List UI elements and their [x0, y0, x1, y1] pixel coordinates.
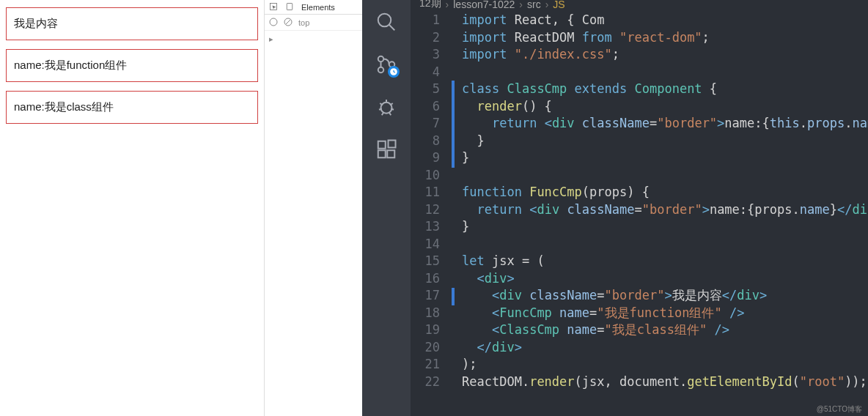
code-lines[interactable]: import React, { Comimport ReactDOM from …: [452, 10, 868, 416]
svg-point-5: [378, 14, 391, 27]
code-line[interactable]: render() {: [452, 98, 868, 116]
line-gutter: 12345678910111213141516171819202122: [411, 10, 452, 416]
search-icon[interactable]: [375, 10, 398, 34]
chevron-right-icon: ▸: [269, 34, 273, 44]
preview-box: 我是内容: [6, 7, 258, 40]
preview-box: name:我是class组件: [6, 91, 258, 124]
svg-line-6: [389, 25, 395, 31]
elements-tab[interactable]: Elements: [301, 3, 335, 12]
code-line[interactable]: <ClassCmp name="我是class组件" />: [452, 322, 868, 339]
svg-rect-19: [378, 141, 386, 149]
code-line[interactable]: }: [452, 149, 868, 167]
context-label[interactable]: top: [298, 18, 309, 27]
svg-point-8: [378, 67, 384, 73]
devtools-tabs: Elements: [265, 0, 362, 15]
svg-point-2: [270, 18, 277, 26]
code-line[interactable]: </div>: [452, 339, 868, 357]
devtools-body: ▸: [265, 31, 362, 416]
breadcrumb[interactable]: 12期› lesson7-1022› src› JS: [411, 0, 868, 10]
code-line[interactable]: [452, 236, 868, 253]
code-line[interactable]: return <div className="border">name:{thi…: [452, 115, 868, 133]
code-line[interactable]: import ReactDOM from "react-dom";: [452, 29, 868, 47]
debug-icon[interactable]: [375, 95, 398, 119]
change-indicator: [452, 81, 455, 168]
devtools-panel: Elements top ▸: [264, 0, 362, 416]
code-line[interactable]: <FuncCmp name="我是function组件" />: [452, 305, 868, 322]
svg-rect-1: [287, 3, 293, 10]
svg-line-18: [389, 113, 391, 116]
code-line[interactable]: );: [452, 356, 868, 374]
svg-line-17: [382, 113, 384, 116]
clear-icon[interactable]: [284, 18, 293, 28]
pending-badge: [388, 66, 400, 78]
code-line[interactable]: import "./index.css";: [452, 46, 868, 64]
svg-line-15: [379, 109, 382, 110]
record-icon[interactable]: [269, 18, 278, 28]
svg-line-4: [286, 20, 290, 24]
code-line[interactable]: [452, 64, 868, 81]
change-indicator: [452, 288, 455, 305]
code-line[interactable]: [452, 167, 868, 185]
code-line[interactable]: ReactDOM.render(jsx, document.getElement…: [452, 374, 868, 391]
preview-box: name:我是function组件: [6, 49, 258, 82]
svg-line-16: [391, 109, 394, 110]
svg-rect-22: [389, 141, 396, 148]
inspect-icon[interactable]: [269, 2, 278, 12]
code-line[interactable]: return <div className="border">name:{pro…: [452, 201, 868, 219]
vscode-editor: 12期› lesson7-1022› src› JS module "/User…: [362, 0, 868, 416]
source-control-icon[interactable]: [375, 53, 398, 76]
code-line[interactable]: <div>: [452, 270, 868, 288]
svg-point-7: [378, 56, 384, 62]
watermark: @51CTO博客: [817, 404, 862, 415]
activity-bar: [362, 0, 411, 416]
device-icon[interactable]: [285, 2, 294, 12]
devtools-expand[interactable]: ▸: [265, 31, 362, 47]
code-line[interactable]: function FuncCmp(props) {: [452, 184, 868, 201]
browser-preview: 我是内容 name:我是function组件 name:我是class组件: [0, 0, 264, 416]
code-line[interactable]: <div className="border">我是内容</div>: [452, 287, 868, 305]
svg-point-11: [381, 103, 392, 114]
code-line[interactable]: class ClassCmp extends Component {: [452, 81, 868, 98]
code-area: 12期› lesson7-1022› src› JS module "/User…: [411, 0, 868, 416]
editor-body[interactable]: 12345678910111213141516171819202122 impo…: [411, 10, 868, 416]
code-line[interactable]: let jsx = (: [452, 253, 868, 270]
extensions-icon[interactable]: [375, 138, 398, 161]
svg-rect-20: [378, 150, 386, 157]
svg-rect-21: [387, 150, 394, 157]
code-line[interactable]: }: [452, 133, 868, 150]
code-line[interactable]: import React, { Com: [452, 12, 868, 29]
devtools-toolbar: top: [265, 15, 362, 31]
code-line[interactable]: }: [452, 218, 868, 236]
